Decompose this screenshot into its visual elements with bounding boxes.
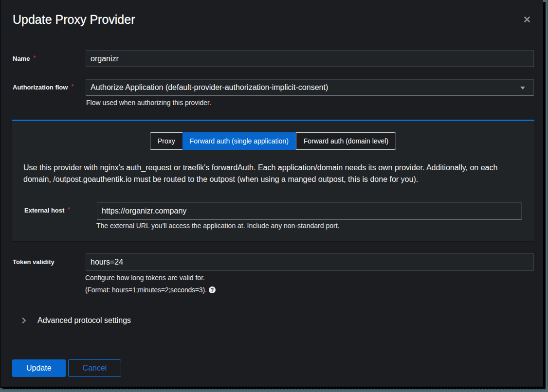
name-label: Name*	[13, 55, 86, 62]
modal-drop-shadow-right	[543, 2, 546, 389]
modal-title: Update Proxy Provider	[13, 13, 135, 27]
name-input[interactable]	[86, 50, 534, 67]
external-host-label: External host*	[24, 207, 96, 214]
required-asterisk: *	[68, 206, 70, 213]
proxy-mode-card: Proxy Forward auth (single application) …	[12, 120, 534, 241]
proxy-mode-toggle-group: Proxy Forward auth (single application) …	[150, 132, 396, 150]
close-button[interactable]	[519, 12, 535, 27]
cancel-button[interactable]: Cancel	[68, 359, 122, 377]
token-validity-format-help: (Format: hours=1;minutes=2;seconds=3).?	[85, 286, 216, 295]
update-proxy-provider-modal: Update Proxy Provider Name* Authorizatio…	[1, 0, 543, 387]
tab-forward-auth-domain[interactable]: Forward auth (domain level)	[296, 132, 396, 150]
mode-description: Use this provider with nginx's auth_requ…	[23, 162, 497, 185]
token-validity-label: Token validity	[13, 258, 86, 266]
token-validity-input[interactable]	[86, 253, 534, 270]
question-circle-icon[interactable]: ?	[209, 286, 216, 295]
external-host-help: The external URL you'll access the appli…	[96, 222, 339, 230]
tab-forward-auth-single[interactable]: Forward auth (single application)	[183, 132, 296, 150]
form-actions: Update Cancel	[12, 359, 121, 377]
caret-down-icon	[520, 87, 525, 89]
mode-description-line2: domain, /outpost.goauthentik.io must be …	[23, 174, 497, 185]
authorization-flow-value: Authorize Application (default-provider-…	[91, 83, 328, 91]
token-validity-help: Configure how long tokens are valid for.	[85, 274, 205, 282]
mode-description-line1: Use this provider with nginx's auth_requ…	[23, 162, 497, 174]
torn-edge-decoration	[0, 387, 548, 392]
authorization-flow-label: Authorization flow*	[13, 84, 86, 91]
advanced-settings-toggle[interactable]: Advanced protocol settings	[22, 314, 131, 327]
tab-proxy[interactable]: Proxy	[150, 132, 183, 150]
chevron-right-icon	[22, 318, 26, 323]
svg-text:?: ?	[210, 287, 213, 293]
authorization-flow-select[interactable]: Authorize Application (default-provider-…	[86, 79, 534, 96]
required-asterisk: *	[33, 54, 36, 61]
advanced-settings-label: Advanced protocol settings	[37, 316, 131, 325]
required-asterisk: *	[71, 83, 73, 90]
close-icon	[524, 17, 530, 22]
external-host-input[interactable]	[97, 202, 522, 220]
authorization-flow-help: Flow used when authorizing this provider…	[86, 99, 211, 107]
update-button[interactable]: Update	[12, 359, 66, 377]
